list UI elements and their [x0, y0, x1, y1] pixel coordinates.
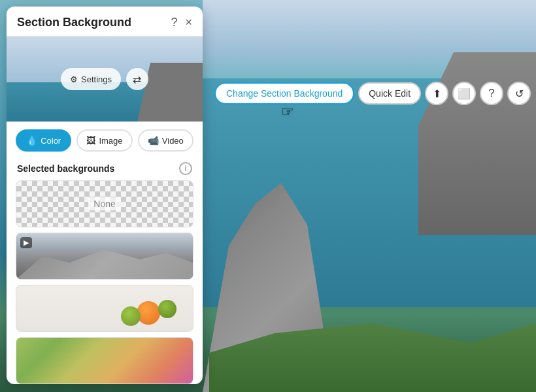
selected-backgrounds-header: Selected backgrounds i: [7, 159, 203, 180]
help-icon-button[interactable]: ?: [480, 82, 503, 105]
settings-button[interactable]: ⚙ Settings: [61, 68, 121, 90]
bg-thumb-none[interactable]: None: [16, 180, 193, 227]
close-panel-icon[interactable]: ×: [185, 16, 192, 29]
crop-icon: ⬜: [458, 88, 471, 100]
bg-thumb-mountain[interactable]: ▶: [16, 233, 193, 280]
tab-video[interactable]: 📹 Video: [138, 129, 193, 152]
video-badge: ▶: [20, 237, 32, 248]
settings-icon: ⚙: [70, 74, 78, 84]
fruit-lime1: [158, 300, 176, 318]
video-tab-icon: 📹: [148, 135, 159, 146]
image-tab-icon: 🖼: [86, 135, 95, 146]
help-panel-icon[interactable]: ?: [171, 16, 177, 29]
hero-preview-area: ⚙ Settings ⇄: [7, 37, 203, 122]
bg-thumb-fruit[interactable]: [16, 285, 193, 332]
panel-header: Section Background ? ×: [7, 7, 203, 37]
customize-icon: ⇄: [133, 73, 141, 86]
hero-controls: ⚙ Settings ⇄: [61, 68, 148, 90]
fruit-lime2: [121, 306, 141, 326]
quick-edit-button[interactable]: Quick Edit: [358, 82, 421, 105]
floating-toolbar: Change Section Background Quick Edit ⬆ ⬜…: [214, 82, 531, 105]
video-play-icon: ▶: [24, 238, 29, 247]
change-section-background-button[interactable]: Change Section Background: [214, 82, 354, 105]
help-icon: ?: [489, 88, 495, 99]
side-panel: Section Background ? × ⚙ Settings ⇄ 💧 Co…: [7, 7, 203, 384]
move-icon-button[interactable]: ⬆: [425, 82, 448, 105]
background-list: None ▶: [7, 180, 203, 384]
tab-row: 💧 Color 🖼 Image 📹 Video: [7, 122, 203, 159]
move-icon: ⬆: [433, 88, 441, 100]
refresh-icon-button[interactable]: ↺: [507, 82, 531, 105]
crop-icon-button[interactable]: ⬜: [452, 82, 476, 105]
none-label: None: [88, 197, 120, 210]
tab-color[interactable]: 💧 Color: [16, 129, 71, 152]
info-icon-button[interactable]: i: [179, 162, 192, 175]
refresh-icon: ↺: [515, 88, 524, 100]
bg-thumb-gradient[interactable]: [16, 337, 193, 384]
customize-button[interactable]: ⇄: [126, 68, 148, 90]
panel-header-icons: ? ×: [171, 16, 192, 29]
selected-backgrounds-title: Selected backgrounds: [17, 163, 114, 174]
panel-title: Section Background: [17, 16, 131, 29]
cursor: ☞: [281, 103, 294, 120]
tab-image[interactable]: 🖼 Image: [76, 129, 132, 152]
color-tab-icon: 💧: [26, 135, 37, 146]
